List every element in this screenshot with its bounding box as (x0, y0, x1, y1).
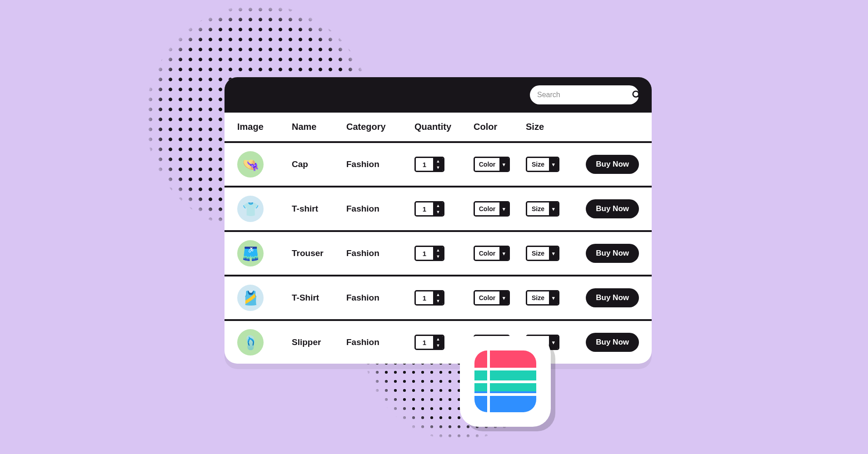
table-row: 🎽T-ShirtFashion1▲▼Color▾Size▾Buy Now (224, 276, 652, 321)
col-image: Image (237, 122, 292, 132)
size-select-label: Size (527, 291, 549, 304)
quantity-value: 1 (416, 291, 433, 304)
buy-now-button[interactable]: Buy Now (586, 155, 639, 174)
col-category: Category (346, 122, 414, 132)
quantity-value: 1 (416, 336, 433, 349)
product-name: Slipper (292, 337, 346, 347)
table-app-icon (474, 350, 536, 412)
size-select[interactable]: Size▾ (526, 246, 559, 261)
qty-down-icon[interactable]: ▼ (433, 342, 443, 349)
product-name: T-shirt (292, 204, 346, 214)
chevron-down-icon: ▾ (499, 291, 509, 304)
buy-now-button[interactable]: Buy Now (586, 333, 639, 352)
size-select[interactable]: Size▾ (526, 157, 559, 172)
qty-up-icon[interactable]: ▲ (433, 202, 443, 209)
product-category: Fashion (346, 293, 414, 303)
color-select-label: Color (475, 291, 499, 304)
color-select-label: Color (475, 247, 499, 260)
product-category: Fashion (346, 248, 414, 258)
col-quantity: Quantity (414, 122, 474, 132)
quantity-stepper[interactable]: 1▲▼ (414, 335, 444, 350)
chevron-down-icon: ▾ (549, 291, 558, 304)
search-input[interactable] (537, 91, 628, 99)
chevron-down-icon: ▾ (499, 247, 509, 260)
product-thumb: 🩳 (237, 240, 264, 266)
col-name: Name (292, 122, 346, 132)
qty-down-icon[interactable]: ▼ (433, 253, 443, 260)
color-select-label: Color (475, 158, 499, 171)
product-name: T-Shirt (292, 293, 346, 303)
svg-line-1 (638, 96, 640, 99)
product-thumb: 🩴 (237, 329, 264, 355)
svg-point-0 (633, 91, 639, 97)
product-name: Cap (292, 159, 346, 169)
qty-up-icon[interactable]: ▲ (433, 291, 443, 298)
product-thumb: 🎽 (237, 285, 264, 311)
color-select-label: Color (475, 202, 499, 215)
quantity-stepper[interactable]: 1▲▼ (414, 157, 444, 172)
color-select[interactable]: Color▾ (474, 246, 510, 261)
qty-up-icon[interactable]: ▲ (433, 158, 443, 164)
chevron-down-icon: ▾ (549, 336, 558, 349)
quantity-value: 1 (416, 202, 433, 215)
chevron-down-icon: ▾ (549, 158, 558, 171)
size-select-label: Size (527, 247, 549, 260)
product-thumb: 👕 (237, 196, 264, 222)
table-row: 👒CapFashion1▲▼Color▾Size▾Buy Now (224, 143, 652, 188)
table-row: 🩳TrouserFashion1▲▼Color▾Size▾Buy Now (224, 232, 652, 276)
product-table-card: Image Name Category Quantity Color Size … (224, 77, 652, 364)
qty-down-icon[interactable]: ▼ (433, 164, 443, 171)
chevron-down-icon: ▾ (549, 247, 558, 260)
buy-now-button[interactable]: Buy Now (586, 244, 639, 263)
quantity-stepper[interactable]: 1▲▼ (414, 201, 444, 217)
table-app-badge (460, 336, 551, 427)
table-row: 👕T-shirtFashion1▲▼Color▾Size▾Buy Now (224, 188, 652, 232)
size-select-label: Size (527, 202, 549, 215)
table-row: 🩴SlipperFashion1▲▼Color▾Size▾Buy Now (224, 321, 652, 364)
search-field[interactable] (530, 85, 639, 104)
chevron-down-icon: ▾ (499, 202, 509, 215)
card-header (224, 77, 652, 113)
color-select[interactable]: Color▾ (474, 290, 510, 306)
qty-down-icon[interactable]: ▼ (433, 298, 443, 304)
size-select-label: Size (527, 158, 549, 171)
product-category: Fashion (346, 204, 414, 214)
search-icon[interactable] (632, 90, 642, 100)
product-category: Fashion (346, 337, 414, 347)
quantity-stepper[interactable]: 1▲▼ (414, 246, 444, 261)
buy-now-button[interactable]: Buy Now (586, 288, 639, 307)
table-header: Image Name Category Quantity Color Size (224, 113, 652, 143)
quantity-value: 1 (416, 247, 433, 260)
product-name: Trouser (292, 248, 346, 258)
size-select[interactable]: Size▾ (526, 201, 559, 217)
product-category: Fashion (346, 159, 414, 169)
col-size: Size (526, 122, 578, 132)
col-color: Color (474, 122, 526, 132)
size-select[interactable]: Size▾ (526, 290, 559, 306)
chevron-down-icon: ▾ (549, 202, 558, 215)
qty-up-icon[interactable]: ▲ (433, 247, 443, 253)
quantity-value: 1 (416, 158, 433, 171)
qty-up-icon[interactable]: ▲ (433, 336, 443, 342)
quantity-stepper[interactable]: 1▲▼ (414, 290, 444, 306)
product-thumb: 👒 (237, 151, 264, 178)
color-select[interactable]: Color▾ (474, 201, 510, 217)
chevron-down-icon: ▾ (499, 158, 509, 171)
color-select[interactable]: Color▾ (474, 157, 510, 172)
qty-down-icon[interactable]: ▼ (433, 209, 443, 215)
buy-now-button[interactable]: Buy Now (586, 199, 639, 218)
